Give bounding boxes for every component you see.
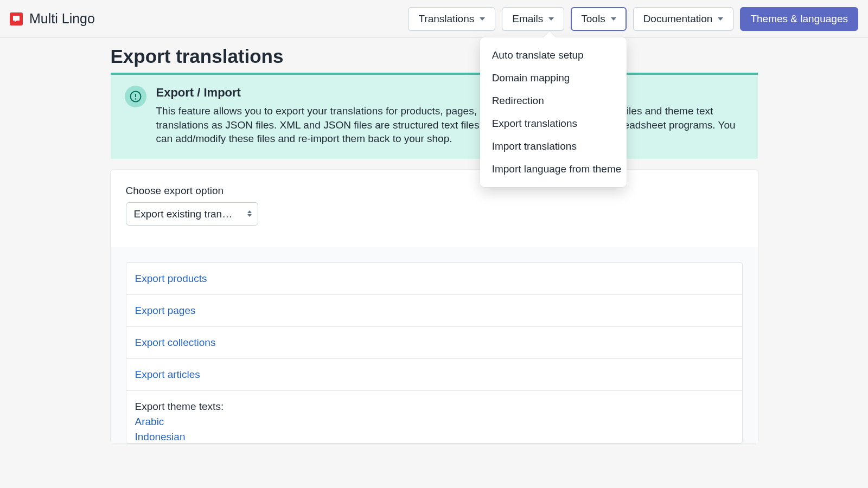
nav-documentation-label: Documentation xyxy=(643,13,713,25)
export-list: Export products Export pages Export coll… xyxy=(126,262,743,444)
choose-export-select[interactable]: Export existing translations xyxy=(126,202,258,226)
caret-down-icon xyxy=(718,16,723,22)
export-theme-texts-row: Export theme texts: Arabic Indonesian xyxy=(126,391,742,443)
nav-translations-label: Translations xyxy=(418,13,474,25)
nav-themes-languages-label: Themes & languages xyxy=(750,13,848,25)
nav-tools[interactable]: Tools xyxy=(571,7,626,31)
nav-tools-label: Tools xyxy=(581,13,605,25)
card-section-option: Choose export option Export existing tra… xyxy=(111,170,758,226)
export-theme-texts-label: Export theme texts: xyxy=(135,401,733,413)
tools-domain-mapping[interactable]: Domain mapping xyxy=(480,67,627,89)
export-list-wrap: Export products Export pages Export coll… xyxy=(111,247,758,444)
nav-emails[interactable]: Emails xyxy=(502,7,564,31)
tools-import-translations[interactable]: Import translations xyxy=(480,135,627,158)
tools-dropdown: Auto translate setup Domain mapping Redi… xyxy=(480,37,627,187)
content: Export translations Export / Import This… xyxy=(111,38,758,444)
caret-down-icon xyxy=(548,16,554,22)
choose-export-label: Choose export option xyxy=(126,185,743,197)
brand: Multi Lingo xyxy=(10,11,95,27)
caret-down-icon xyxy=(480,16,485,22)
nav-emails-label: Emails xyxy=(512,13,543,25)
export-collections-link[interactable]: Export collections xyxy=(126,327,742,359)
caret-down-icon xyxy=(611,16,616,22)
tools-export-translations[interactable]: Export translations xyxy=(480,112,627,135)
tools-auto-translate[interactable]: Auto translate setup xyxy=(480,44,627,67)
svg-point-2 xyxy=(135,98,136,100)
top-nav: Translations Emails Tools Auto translate… xyxy=(408,7,858,31)
export-products-link[interactable]: Export products xyxy=(126,263,742,295)
app-logo-icon xyxy=(10,12,23,25)
nav-translations[interactable]: Translations xyxy=(408,7,495,31)
export-articles-link[interactable]: Export articles xyxy=(126,359,742,391)
tools-redirection[interactable]: Redirection xyxy=(480,89,627,112)
app-title: Multi Lingo xyxy=(29,11,95,27)
banner-body: Export / Import This feature allows you … xyxy=(156,86,744,146)
nav-themes-languages[interactable]: Themes & languages xyxy=(740,7,858,31)
nav-documentation[interactable]: Documentation xyxy=(633,7,734,31)
export-theme-lang-arabic[interactable]: Arabic xyxy=(135,413,733,428)
page-title: Export translations xyxy=(111,40,758,73)
choose-export-select-wrap: Export existing translations xyxy=(126,202,258,226)
export-theme-lang-indonesian[interactable]: Indonesian xyxy=(135,428,733,443)
banner-heading: Export / Import xyxy=(156,86,744,100)
nav-tools-wrap: Tools Auto translate setup Domain mappin… xyxy=(571,7,626,31)
info-banner: Export / Import This feature allows you … xyxy=(111,75,758,159)
export-card: Choose export option Export existing tra… xyxy=(111,170,758,444)
export-pages-link[interactable]: Export pages xyxy=(126,295,742,327)
top-bar: Multi Lingo Translations Emails Tools Au… xyxy=(0,0,868,38)
info-icon xyxy=(125,86,146,107)
banner-text: This feature allows you to export your t… xyxy=(156,104,744,146)
tools-import-language[interactable]: Import language from theme xyxy=(480,158,627,181)
